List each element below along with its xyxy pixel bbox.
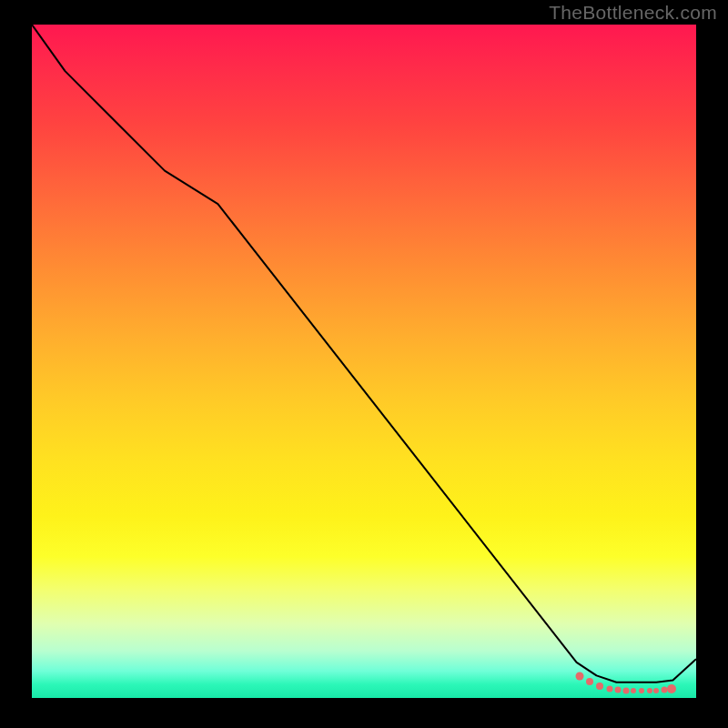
data-marker: [647, 688, 652, 693]
data-marker: [614, 687, 621, 693]
chart-line: [32, 25, 696, 682]
data-marker: [639, 688, 644, 693]
data-marker: [623, 687, 630, 693]
line-chart-svg: [32, 25, 696, 689]
plot-area: [32, 25, 696, 698]
data-marker: [586, 678, 593, 685]
data-marker: [653, 688, 659, 693]
data-marker: [667, 684, 676, 693]
data-marker: [576, 672, 584, 681]
watermark-text: TheBottleneck.com: [549, 2, 717, 24]
data-marker: [607, 685, 613, 692]
data-marker: [631, 688, 636, 693]
data-marker: [596, 682, 603, 690]
